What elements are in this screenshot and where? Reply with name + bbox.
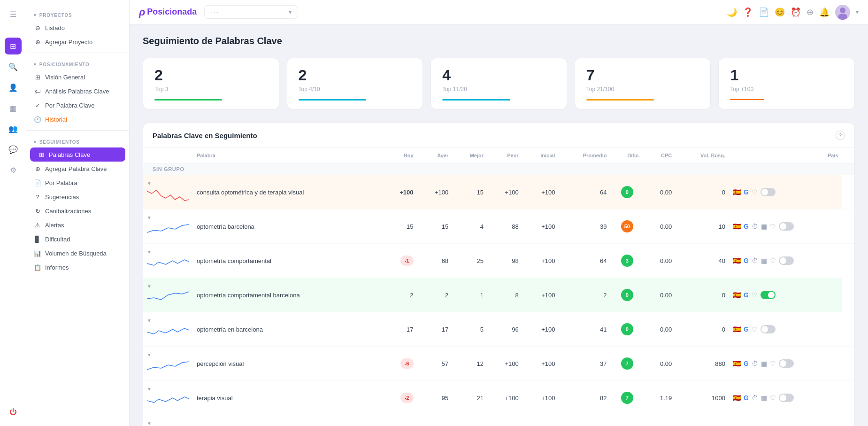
expand-icon[interactable]: ▼: [147, 318, 152, 323]
project-dropdown[interactable]: · · · ▾: [204, 5, 298, 19]
action-heart-icon[interactable]: ♡: [752, 325, 758, 333]
users-icon[interactable]: 👤: [5, 79, 22, 96]
action-clock-icon[interactable]: ⏱: [752, 394, 758, 402]
google-icon[interactable]: G: [744, 394, 749, 402]
sidebar-item-alertas[interactable]: ⚠ Alertas: [26, 218, 129, 232]
user-avatar[interactable]: [835, 5, 850, 20]
emoji-icon[interactable]: 😊: [775, 7, 785, 17]
action-grid-icon[interactable]: ▦: [761, 360, 767, 367]
moon-icon[interactable]: 🌙: [727, 7, 737, 17]
sidebar-item-agregar-palabra[interactable]: ⊕ Agregar Palabra Clave: [26, 162, 129, 176]
plus-circle3-icon[interactable]: ⊕: [807, 7, 814, 17]
row-toggle[interactable]: [779, 359, 794, 368]
keyword-pais: 🇪🇸G⏱▦♡: [729, 381, 842, 415]
table-row: ▼terapia visual barcelona+38324+1008470.…: [143, 415, 854, 426]
row-toggle[interactable]: [779, 256, 794, 265]
action-clock-icon[interactable]: ⏱: [752, 223, 758, 230]
stat-bar-0: [154, 99, 222, 101]
row-actions: 🇪🇸G♡: [733, 291, 838, 299]
action-heart-icon[interactable]: ♡: [770, 223, 776, 230]
row-toggle[interactable]: [760, 291, 776, 299]
bell-icon[interactable]: 🔔: [819, 7, 830, 17]
action-heart-icon[interactable]: ♡: [752, 188, 758, 196]
expand-icon[interactable]: ▼: [147, 181, 152, 186]
sidebar-item-por-palabra[interactable]: ✓ Por Palabra Clave: [26, 98, 129, 112]
google-icon[interactable]: G: [744, 360, 749, 367]
row-toggle[interactable]: [760, 188, 776, 196]
grid-icon[interactable]: ▦: [5, 100, 22, 116]
keyword-dific: 47: [610, 415, 644, 426]
positioning-section-title: POSICIONAMIENTO: [26, 57, 129, 70]
action-heart-icon[interactable]: ♡: [770, 394, 776, 402]
help-circle-icon[interactable]: ?: [836, 131, 845, 140]
expand-icon[interactable]: ▼: [147, 352, 152, 357]
stat-bar-1: [299, 99, 366, 101]
action-clock-icon[interactable]: ⏱: [752, 360, 758, 367]
sidebar-item-dificultad[interactable]: ▊ Dificultad: [26, 232, 129, 246]
keyword-dific: 0: [610, 278, 644, 312]
google-icon[interactable]: G: [744, 257, 749, 264]
hamburger-menu-icon[interactable]: ☰: [5, 6, 22, 23]
power-icon[interactable]: ⏻: [5, 403, 22, 420]
mini-chart-cell: ▼: [143, 381, 193, 415]
stat-label-2: Top 11/20: [442, 86, 555, 93]
action-heart-icon[interactable]: ♡: [770, 257, 776, 264]
row-toggle[interactable]: [779, 222, 794, 231]
search-icon[interactable]: 🔍: [5, 58, 22, 75]
flag-icon: 🇪🇸: [733, 360, 741, 367]
google-icon[interactable]: G: [744, 291, 749, 299]
google-icon[interactable]: G: [744, 188, 749, 196]
keyword-inicial: +100: [522, 278, 559, 312]
document-icon[interactable]: 📄: [759, 7, 769, 17]
expand-icon[interactable]: ▼: [147, 249, 152, 255]
sidebar-item-por-palabra2[interactable]: 📄 Por Palabra: [26, 176, 129, 190]
person-icon[interactable]: 👥: [5, 120, 22, 137]
action-grid-icon[interactable]: ▦: [761, 223, 767, 230]
chat-icon[interactable]: 💬: [5, 141, 22, 158]
keyword-cpc: 0.00: [644, 312, 676, 347]
action-clock-icon[interactable]: ⏱: [752, 257, 758, 264]
stat-number-1: 2: [299, 67, 412, 84]
sidebar-item-palabras-clave[interactable]: ⊞ Palabras Clave: [30, 147, 125, 162]
user-dropdown-arrow-icon[interactable]: ▾: [856, 9, 859, 15]
sidebar-item-sugerencias[interactable]: ? Sugerencias: [26, 190, 129, 204]
help-icon[interactable]: ❓: [743, 7, 753, 17]
clock-icon: 🕐: [34, 116, 41, 123]
action-heart-icon[interactable]: ♡: [770, 360, 776, 367]
keyword-promedio: 39: [559, 209, 610, 244]
sidebar-item-canibalizaciones[interactable]: ↻ Canibalizaciones: [26, 204, 129, 218]
keyword-hoy: 17: [382, 312, 417, 347]
action-grid-icon[interactable]: ▦: [761, 394, 767, 402]
sidebar-item-analisis[interactable]: 🏷 Análisis Palabras Clave: [26, 84, 129, 98]
action-heart-icon[interactable]: ♡: [752, 291, 758, 299]
row-toggle[interactable]: [779, 394, 794, 402]
sidebar-item-historial[interactable]: 🕐 Historial: [26, 112, 129, 126]
dashboard-icon[interactable]: ⊞: [5, 38, 22, 54]
tag-icon: 🏷: [34, 87, 41, 95]
sidebar-item-volumen[interactable]: 📊 Volumen de Búsqueda: [26, 246, 129, 260]
google-icon[interactable]: G: [744, 325, 749, 333]
grid3-icon: ⊞: [38, 151, 45, 158]
keywords-table: Palabra Hoy Ayer Mejor Peor Inicial Prom…: [143, 148, 854, 426]
sidebar-item-listado[interactable]: ⊖ Listado: [26, 21, 129, 35]
action-grid-icon[interactable]: ▦: [761, 257, 767, 264]
expand-icon[interactable]: ▼: [147, 215, 152, 220]
sidebar-item-agregar-proyecto[interactable]: ⊕ Agregar Proyecto: [26, 35, 129, 49]
expand-icon[interactable]: ▼: [147, 421, 152, 426]
settings-icon[interactable]: ⚙: [5, 162, 22, 178]
google-icon[interactable]: G: [744, 223, 749, 230]
sidebar-item-vision-general[interactable]: ⊞ Visión General: [26, 70, 129, 84]
timer-icon[interactable]: ⏰: [791, 7, 801, 17]
expand-icon[interactable]: ▼: [147, 284, 152, 289]
keyword-hoy: 2: [382, 278, 417, 312]
table-row: ▼optometría comportamental barcelona2218…: [143, 278, 854, 312]
expand-icon[interactable]: ▼: [147, 387, 152, 392]
flag-icon: 🇪🇸: [733, 394, 741, 402]
sidebar-item-informes[interactable]: 📋 Informes: [26, 260, 129, 274]
keyword-promedio: 2: [559, 278, 610, 312]
keyword-cpc: 0.00: [644, 347, 676, 381]
row-actions: 🇪🇸G⏱▦♡: [733, 256, 838, 265]
col-vol: Vol. Búsq.: [676, 148, 729, 163]
col-actions: [842, 148, 854, 163]
row-toggle[interactable]: [760, 325, 776, 333]
